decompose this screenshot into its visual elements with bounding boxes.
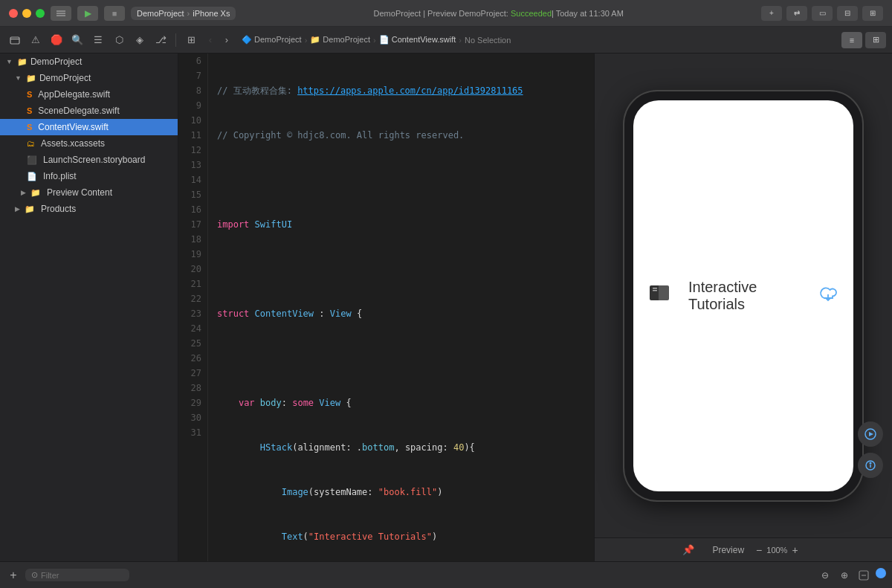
cloud-download-icon — [818, 283, 838, 308]
folder-icon-products: 📁 — [25, 204, 35, 214]
preview-label: Preview — [712, 545, 744, 555]
device-frame: Interactive Tutorials — [624, 91, 862, 500]
expand-arrow-preview: ▶ — [21, 189, 26, 196]
layout-single-button[interactable]: ▭ — [812, 6, 833, 21]
status-time: | Today at 11:30 AM — [552, 9, 624, 18]
nav-back-button[interactable]: ‹ — [203, 33, 218, 48]
sidebar-label-appdelegate: AppDelegate.swift — [38, 89, 110, 100]
swift-icon-scene: S — [27, 106, 32, 115]
back-forward-button[interactable]: ⇄ — [786, 6, 807, 21]
separator-icon: › — [187, 9, 190, 18]
sidebar-item-root[interactable]: ▼ 📁 DemoProject — [0, 54, 178, 70]
search-icon[interactable]: 🔍 — [68, 31, 86, 49]
preview-inspect-button[interactable] — [858, 453, 883, 478]
toolbar-separator — [175, 33, 176, 47]
sidebar-label-assets: Assets.xcassets — [41, 138, 105, 149]
stop-button[interactable]: ■ — [104, 6, 125, 21]
zoom-in-button[interactable]: + — [792, 544, 798, 556]
error-icon[interactable]: 🛑 — [48, 31, 65, 49]
sidebar-item-contentview[interactable]: S ContentView.swift — [0, 119, 178, 135]
sidebar-item-assets[interactable]: 🗂 Assets.xcassets — [0, 135, 178, 152]
sidebar: ▼ 📁 DemoProject ▼ 📁 DemoProject S AppDel… — [0, 54, 178, 561]
breadcrumb-folder[interactable]: 📁 DemoProject — [310, 35, 370, 45]
app-content: Interactive Tutorials — [633, 264, 853, 328]
bottom-icon-left[interactable]: ⊖ — [818, 568, 833, 583]
sidebar-label-launch: LaunchScreen.storyboard — [43, 155, 145, 165]
environment-icon[interactable]: ◈ — [131, 31, 149, 49]
breadcrumb-file[interactable]: 📄 ContentView.swift — [379, 35, 456, 45]
preview-panel: Interactive Tutorials — [595, 54, 892, 561]
sidebar-item-products[interactable]: ▶ 📁 Products — [0, 201, 178, 217]
status-project: DemoProject | Preview DemoProject: — [374, 9, 511, 18]
zoom-out-button[interactable]: − — [756, 544, 762, 556]
filter-input[interactable] — [41, 571, 115, 580]
sidebar-item-launch[interactable]: ⬛ LaunchScreen.storyboard — [0, 152, 178, 168]
add-file-button[interactable]: + — [6, 568, 21, 583]
preview-controls — [858, 421, 883, 478]
swift-icon-content: S — [27, 123, 32, 132]
zoom-controls: − 100% + — [756, 544, 798, 556]
expand-arrow-root: ▼ — [6, 58, 13, 65]
device-label: iPhone Xs — [193, 9, 230, 18]
pin-icon[interactable]: 📌 — [682, 544, 694, 555]
canvas-only-button[interactable]: ⊞ — [865, 32, 886, 48]
debug-icon[interactable]: ☰ — [89, 31, 107, 49]
toolbar-right-icons: ≡ ⊞ — [841, 32, 886, 48]
sidebar-item-preview-content[interactable]: ▶ 📁 Preview Content — [0, 184, 178, 201]
main-layout: ▼ 📁 DemoProject ▼ 📁 DemoProject S AppDel… — [0, 54, 892, 561]
minimize-button[interactable] — [22, 9, 31, 18]
plist-icon: 📄 — [27, 172, 37, 181]
svg-marker-8 — [869, 432, 873, 436]
editor-content[interactable]: 6 7 8 9 10 11 12 13 14 15 16 17 18 19 20… — [178, 54, 594, 561]
nav-arrows: ‹ › — [203, 33, 234, 48]
preview-play-button[interactable] — [858, 421, 883, 447]
preview-content: Interactive Tutorials — [595, 54, 892, 537]
storyboard-icon: ⬛ — [27, 155, 37, 165]
sidebar-label-preview-content: Preview Content — [47, 187, 112, 198]
sidebar-item-plist[interactable]: 📄 Info.plist — [0, 168, 178, 184]
status-message: DemoProject | Preview DemoProject: Succe… — [242, 9, 755, 18]
svg-rect-4 — [653, 288, 657, 289]
title-bar: ▶ ■ DemoProject › iPhone Xs DemoProject … — [0, 0, 892, 27]
sidebar-toggle-button[interactable] — [51, 6, 71, 21]
grid-icon[interactable]: ⊞ — [182, 31, 200, 49]
sidebar-label-root: DemoProject — [30, 56, 82, 67]
source-control-icon[interactable]: ⎇ — [152, 31, 169, 49]
bottom-icons: ⊖ ⊕ — [818, 568, 886, 583]
zoom-value: 100% — [766, 546, 787, 555]
breadcrumb: 🔷 DemoProject › 📁 DemoProject › 📄 Conten… — [237, 35, 515, 45]
svg-point-11 — [870, 462, 871, 464]
code-content[interactable]: // 互动教程合集: https://apps.apple.com/cn/app… — [208, 54, 594, 561]
sidebar-label-scene: SceneDelegate.swift — [38, 106, 119, 116]
bottom-icon-right[interactable]: ⊕ — [837, 568, 852, 583]
add-tab-button[interactable]: + — [761, 6, 782, 21]
breadcrumb-project[interactable]: 🔷 DemoProject — [242, 35, 302, 45]
layout-split-h-button[interactable]: ⊟ — [837, 6, 858, 21]
folder-icon[interactable] — [6, 31, 24, 49]
breadcrumb-sep2: › — [373, 36, 376, 45]
run-button[interactable]: ▶ — [77, 6, 98, 21]
folder-icon-root: 📁 — [17, 57, 28, 67]
sidebar-item-scenedelegate[interactable]: S SceneDelegate.swift — [0, 103, 178, 119]
breakpoint-icon[interactable]: ⬡ — [110, 31, 128, 49]
maximize-button[interactable] — [36, 9, 45, 18]
titlebar-right: + ⇄ ▭ ⊟ ⊞ — [761, 6, 883, 21]
sidebar-label-content: ContentView.swift — [38, 122, 109, 132]
bottom-bar: + ⊙ ⊖ ⊕ — [0, 561, 892, 588]
device-screen: Interactive Tutorials — [633, 100, 853, 491]
sidebar-label-plist: Info.plist — [43, 171, 77, 181]
breadcrumb-sep3: › — [459, 36, 462, 45]
code-editor: 6 7 8 9 10 11 12 13 14 15 16 17 18 19 20… — [178, 54, 595, 561]
close-button[interactable] — [9, 9, 18, 18]
nav-forward-button[interactable]: › — [219, 33, 234, 48]
expand-arrow-products: ▶ — [15, 205, 20, 213]
scheme-selector[interactable]: DemoProject › iPhone Xs — [131, 7, 236, 20]
breadcrumb-sep1: › — [305, 36, 308, 45]
warning-icon[interactable]: ⚠ — [27, 31, 45, 49]
app-title: Interactive Tutorials — [688, 279, 800, 313]
sidebar-item-appdelegate[interactable]: S AppDelegate.swift — [0, 86, 178, 103]
sidebar-item-demoproject[interactable]: ▼ 📁 DemoProject — [0, 70, 178, 86]
layout-split-v-button[interactable]: ⊞ — [862, 6, 883, 21]
editor-only-button[interactable]: ≡ — [841, 32, 862, 48]
svg-rect-3 — [10, 37, 19, 44]
